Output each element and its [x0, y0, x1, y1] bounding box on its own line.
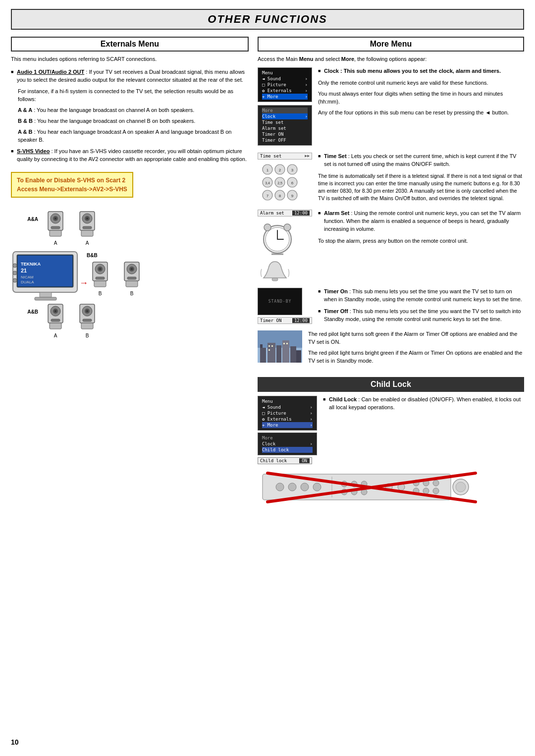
child-lock-row: Menu ◄ Sound› □ Picture› ✿ Externals› + … [258, 396, 524, 464]
highlight-line1: To Enable or Disable S-VHS on Scart 2 [17, 176, 127, 185]
right-column: More Menu Access the Main Menu and selec… [258, 37, 524, 506]
more-menu-header: More Menu [258, 37, 524, 52]
svg-text:2: 2 [279, 168, 281, 172]
svg-point-71 [284, 224, 291, 231]
speaker-icon-a1 [42, 210, 69, 239]
childlock-menu: Menu ◄ Sound› □ Picture› ✿ Externals› + … [258, 396, 317, 431]
cl-childlock: Child lock [262, 447, 313, 453]
svg-rect-5 [50, 230, 61, 236]
speaker-pair-ab: A B [42, 302, 101, 338]
label-ab: A&B [11, 302, 38, 315]
svg-rect-84 [271, 345, 273, 347]
svhs-label: S-VHS Video [17, 148, 50, 154]
timeset-row: Time set ▶▶ 1 2 3 [258, 153, 524, 206]
speaker-b2: B [118, 260, 145, 296]
stop-alarm-text: To stop the alarm, press any button on t… [318, 237, 524, 245]
svg-rect-46 [83, 319, 92, 322]
svg-point-23 [13, 278, 17, 282]
svg-text:21: 21 [21, 268, 27, 273]
spk-ab1-label: A [54, 333, 57, 338]
red-light-1: The red pilot light turns soft green if … [308, 330, 524, 346]
auto-set-text: The time is automatically set if there i… [318, 172, 524, 203]
svg-rect-81 [290, 346, 296, 363]
bb-pair: B B [87, 260, 145, 296]
submenu-clock: Clock› [262, 113, 308, 119]
svg-text:NICAM: NICAM [21, 275, 34, 279]
svg-text:3: 3 [291, 168, 294, 172]
externals-menu-header: Externals Menu [11, 37, 249, 52]
svg-rect-83 [268, 345, 270, 347]
speaker-a2: A [74, 210, 101, 246]
child-lock-section: Child Lock Menu ◄ Sound› □ Picture› ✿ Ex… [258, 377, 524, 506]
childlock-status-bar: Child lock ON [258, 457, 312, 464]
menu-line-more: + More› [262, 94, 308, 100]
child-lock-bullet: Child Lock : Can be enabled or disabled … [323, 396, 524, 412]
svg-point-21 [13, 264, 17, 268]
speaker-row-aa: A&A A [11, 210, 249, 246]
bb-speaker-group: B&B B [87, 253, 145, 296]
child-lock-diagram: Menu ◄ Sound› □ Picture› ✿ Externals› + … [258, 396, 317, 464]
svg-point-27 [99, 268, 101, 270]
svg-text:DUALA: DUALA [21, 280, 34, 284]
option-aa: A & A : You hear the language broadcast … [11, 107, 249, 114]
timeset-text-area: Time Set : Lets you check or set the cur… [318, 153, 524, 206]
red-light-text-area: The red pilot light turns soft green if … [308, 330, 524, 368]
timeron-text-area: Timer On : This sub menu lets you set th… [318, 288, 524, 327]
cross-diagram-area [258, 469, 524, 506]
svg-rect-10 [83, 226, 92, 229]
timeron-bullet: Timer On : This sub menu lets you set th… [318, 288, 524, 304]
svg-rect-11 [81, 230, 93, 236]
highlight-box: To Enable or Disable S-VHS on Scart 2 Ac… [11, 172, 133, 198]
more-intro: Access the Main Menu and select More, th… [258, 55, 524, 63]
speaker-a1: A [42, 210, 69, 246]
spk-a2-label: A [86, 240, 89, 246]
svg-point-107 [433, 488, 439, 494]
svg-rect-4 [51, 226, 60, 229]
childlock-more-menu: More Clock› Child lock [258, 432, 317, 455]
svg-point-22 [13, 271, 17, 275]
alarm-clock-svg [258, 218, 297, 258]
submenu-timeset: Time set [262, 119, 308, 125]
svg-rect-75 [258, 330, 302, 348]
svg-point-91 [301, 483, 309, 491]
svg-point-3 [54, 217, 56, 219]
audio-bullet: Audio 1 OUT/Audio 2 OUT : If your TV set… [11, 68, 249, 84]
red-light-2: The red pilot light turns bright green i… [308, 349, 524, 365]
alarm-bar: Alarm set 12:00 [258, 210, 312, 216]
highlight-line2: Access Menu->Externals->AV2->S-VHS [17, 185, 127, 194]
svg-point-106 [423, 488, 429, 494]
red-arrow: → [79, 278, 83, 288]
menu-line-picture: □ Picture› [262, 82, 308, 88]
speaker-row-ab: A&B A [11, 302, 249, 338]
cl-more-header: More [262, 435, 313, 441]
cl-menu-line-more: + More› [262, 422, 313, 428]
svg-rect-28 [96, 277, 105, 279]
spk-b2-label: B [130, 291, 134, 296]
svg-point-33 [131, 268, 133, 270]
page-number: 10 [11, 738, 19, 746]
more-menu-section: More Menu Access the Main Menu and selec… [258, 37, 524, 368]
timeset-bullet: Time Set : Lets you check or set the cur… [318, 153, 524, 168]
four-options-text: Any of the four options in this sub menu… [318, 109, 524, 117]
menu-line-sound: ◄ Sound› [262, 76, 308, 82]
page-title: OTHER FUNCTIONS [12, 13, 523, 26]
svg-point-39 [54, 310, 56, 312]
svg-rect-86 [283, 343, 285, 344]
svg-point-109 [456, 482, 466, 492]
more-submenu-screenshot: More Clock› Time set Alarm set Timer ON … [258, 105, 312, 146]
svg-text:7: 7 [267, 194, 269, 198]
alarm-row: Alarm set 12:00 [258, 210, 524, 284]
alarm-diagram: Alarm set 12:00 [258, 210, 312, 284]
submenu-timeron: Timer ON [262, 131, 308, 137]
numpad-svg: 1 2 3 3,4 2,5 6 7 [258, 162, 302, 204]
spk-a1-label: A [54, 240, 57, 246]
speaker-icon-b1 [87, 260, 113, 290]
bell-icon-svg [258, 259, 292, 284]
speaker-pair-aa: A A [42, 210, 101, 246]
submenu-header: More [262, 108, 308, 113]
timeroff-bullet: Timer Off : This sub menu lets you set t… [318, 308, 524, 324]
svg-text:8: 8 [279, 194, 281, 198]
left-column: Externals Menu This menu includes option… [11, 37, 249, 343]
speaker-b1: B [87, 260, 113, 296]
option-bb: B & B : You hear the language broadcast … [11, 117, 249, 125]
